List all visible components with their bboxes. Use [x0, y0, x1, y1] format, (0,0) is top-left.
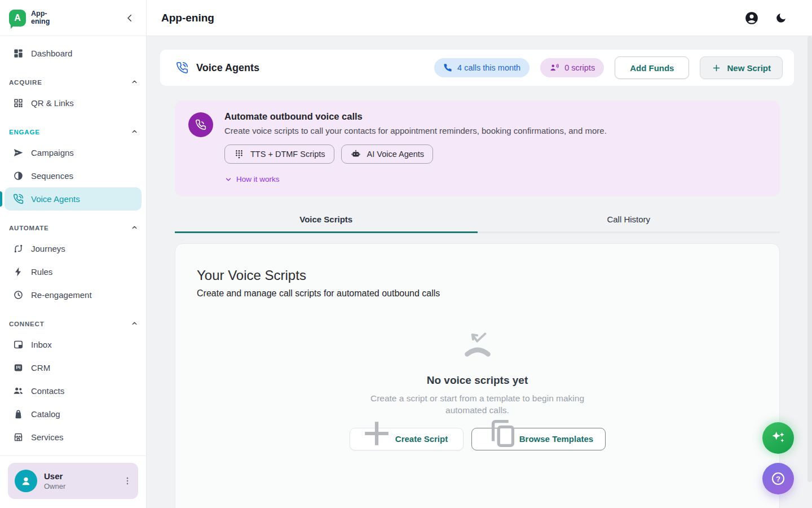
account-circle-icon: [744, 11, 759, 25]
message-square-icon: [12, 339, 24, 351]
sidebar-item-re-engagement[interactable]: Re-engagement: [5, 283, 142, 306]
chip-tts-dtmf: TTS + DTMF Scripts: [224, 144, 334, 164]
content-area: Voice Agents 4 calls this month 0 script…: [147, 36, 812, 508]
topbar-actions: [744, 11, 787, 25]
sidebar-item-catalog[interactable]: Catalog: [5, 402, 142, 426]
scrollbar-thumb[interactable]: [807, 36, 812, 482]
dialpad-icon: [233, 148, 245, 160]
browse-templates-label: Browse Templates: [519, 434, 593, 444]
chevron-up-icon: [131, 320, 138, 327]
copy-icon: [486, 416, 520, 451]
user-role: Owner: [44, 482, 65, 491]
topbar-title: App-ening: [161, 12, 214, 24]
banner-body: Automate outbound voice calls Create voi…: [224, 111, 607, 183]
chevron-up-icon: [131, 78, 138, 86]
sidebar-item-label: QR & Links: [31, 98, 74, 108]
sidebar-item-qr-links[interactable]: QR & Links: [5, 91, 142, 115]
sidebar-item-label: Inbox: [31, 340, 52, 349]
voice-banner: Automate outbound voice calls Create voi…: [175, 100, 780, 196]
send-icon: [12, 147, 24, 159]
inner-content: Automate outbound voice calls Create voi…: [175, 100, 780, 508]
new-script-button[interactable]: New Script: [700, 56, 783, 79]
browse-templates-button[interactable]: Browse Templates: [471, 428, 606, 450]
tab-call-history[interactable]: Call History: [478, 214, 780, 233]
page-bar: Voice Agents 4 calls this month 0 script…: [160, 50, 794, 86]
sidebar-item-label: Catalog: [31, 409, 60, 419]
calendar-icon: [12, 455, 24, 456]
page-title-wrap: Voice Agents: [176, 62, 259, 74]
section-label: ACQUIRE: [9, 79, 42, 86]
account-button[interactable]: [744, 11, 759, 25]
sidebar-item-appointments[interactable]: Appointments: [5, 449, 142, 456]
storefront-icon: [12, 432, 24, 443]
how-it-works-link[interactable]: How it works: [224, 175, 280, 183]
lightning-icon: [12, 266, 24, 278]
sidebar-item-contacts[interactable]: Contacts: [5, 379, 142, 402]
voice-scripts-panel: Your Voice Scripts Create and manage cal…: [175, 243, 780, 508]
panel-title: Your Voice Scripts: [197, 268, 758, 283]
sidebar-section-acquire[interactable]: ACQUIRE: [9, 78, 138, 86]
phone-call-icon: [176, 62, 188, 74]
sidebar-item-journeys[interactable]: Journeys: [5, 237, 142, 260]
sidebar-item-label: Services: [31, 432, 64, 442]
sidebar: A App- ening Dashboard ACQUIRE QR &: [0, 0, 147, 508]
app-logo: A: [9, 10, 26, 27]
banner-chips: TTS + DTMF Scripts AI Voice Agents: [224, 144, 607, 164]
sidebar-item-label: CRM: [31, 363, 50, 373]
tab-voice-scripts[interactable]: Voice Scripts: [175, 214, 478, 233]
empty-state-actions: Create Script Browse Templates: [350, 428, 606, 450]
create-script-button[interactable]: Create Script: [350, 428, 464, 450]
chevron-left-icon: [125, 13, 135, 23]
banner-description: Create voice scripts to call your contac…: [224, 126, 607, 135]
user-name: User: [44, 471, 65, 481]
chevron-down-icon: [224, 176, 232, 183]
voice-person-icon: [549, 63, 559, 73]
sidebar-collapse-button[interactable]: [125, 13, 135, 23]
page-title: Voice Agents: [196, 62, 259, 74]
kebab-menu-icon: [122, 476, 133, 486]
sidebar-section-connect[interactable]: CONNECT: [9, 320, 138, 327]
phone-voice-icon: [188, 112, 213, 137]
phone-call-icon: [12, 194, 24, 205]
sidebar-section-automate[interactable]: AUTOMATE: [9, 224, 138, 231]
sidebar-item-label: Campaigns: [31, 148, 74, 157]
robot-icon: [350, 148, 361, 160]
phone-icon: [443, 63, 452, 72]
sidebar-item-crm[interactable]: CRM: [5, 356, 142, 379]
sidebar-item-label: Voice Agents: [31, 194, 80, 204]
calls-badge-label: 4 calls this month: [457, 63, 520, 72]
user-menu-button[interactable]: [122, 476, 133, 486]
sidebar-item-campaigns[interactable]: Campaigns: [5, 141, 142, 164]
user-card[interactable]: User Owner: [8, 463, 138, 499]
plus-icon: [712, 63, 721, 73]
sidebar-item-sequences[interactable]: Sequences: [5, 164, 142, 187]
empty-state-description: Create a script or start from a template…: [367, 392, 588, 417]
chevron-up-icon: [131, 224, 138, 231]
calls-badge: 4 calls this month: [434, 58, 529, 77]
sidebar-item-voice-agents[interactable]: Voice Agents: [5, 187, 142, 211]
moon-icon: [775, 12, 787, 24]
section-label: CONNECT: [9, 321, 45, 327]
app-logo-text: App- ening: [31, 10, 50, 25]
chip-ai-voice: AI Voice Agents: [341, 144, 434, 164]
sidebar-item-services[interactable]: Services: [5, 426, 142, 449]
sidebar-item-rules[interactable]: Rules: [5, 260, 142, 283]
sidebar-logo-row: A App- ening: [0, 0, 146, 36]
scripts-badge-label: 0 scripts: [564, 63, 595, 72]
dark-mode-toggle[interactable]: [775, 12, 787, 24]
create-script-label: Create Script: [395, 434, 448, 444]
dashboard-icon: [12, 48, 24, 59]
sparkles-icon: [769, 429, 787, 447]
empty-state-title: No voice scripts yet: [427, 374, 528, 387]
help-fab[interactable]: ?: [762, 463, 794, 494]
sidebar-section-engage[interactable]: ENGAGE: [9, 128, 138, 135]
sidebar-item-label: Re-engagement: [31, 290, 92, 300]
sidebar-item-inbox[interactable]: Inbox: [5, 333, 142, 356]
how-it-works-label: How it works: [236, 175, 280, 183]
sidebar-item-dashboard[interactable]: Dashboard: [5, 42, 142, 65]
ai-assistant-fab[interactable]: [762, 422, 794, 454]
phone-missed-icon: [462, 331, 493, 362]
main-area: App-ening Voice Agents 4 calls this mon: [147, 0, 812, 508]
user-info: User Owner: [44, 471, 65, 491]
add-funds-button[interactable]: Add Funds: [615, 56, 689, 79]
